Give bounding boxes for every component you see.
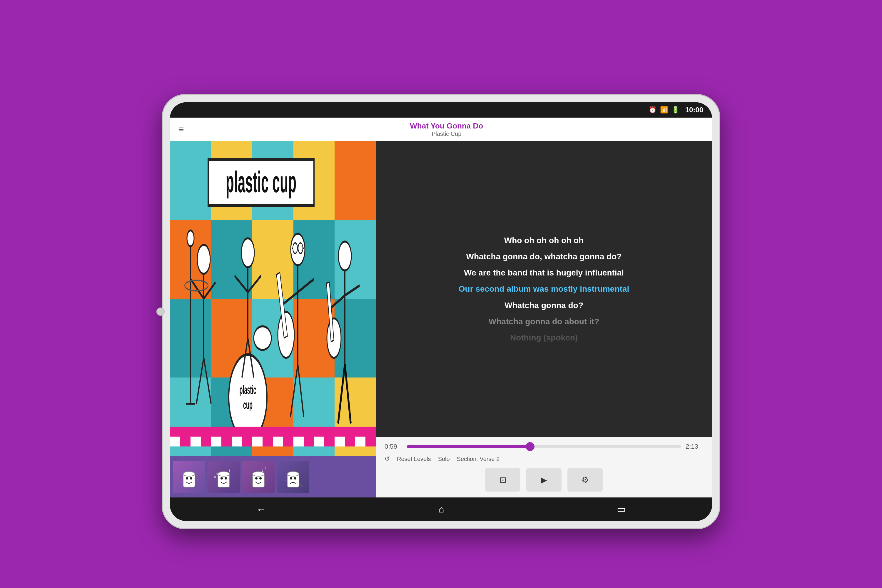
progress-thumb[interactable] bbox=[526, 442, 534, 451]
svg-line-88 bbox=[195, 476, 200, 478]
svg-text:plastic: plastic bbox=[240, 383, 256, 397]
loop-button[interactable]: ⊡ bbox=[485, 468, 520, 492]
svg-rect-82 bbox=[366, 436, 376, 447]
tablet-frame: ⏰ 📶 🔋 10:00 ≡ What You Gonna Do Plastic … bbox=[162, 94, 720, 529]
section-label: Section: Verse 2 bbox=[457, 456, 500, 462]
svg-line-87 bbox=[179, 476, 183, 478]
svg-point-84 bbox=[183, 472, 195, 476]
svg-rect-72 bbox=[262, 436, 273, 447]
cup-icon-4 bbox=[281, 464, 305, 490]
svg-rect-76 bbox=[304, 436, 314, 447]
svg-point-90 bbox=[218, 472, 230, 476]
status-bar: ⏰ 📶 🔋 10:00 bbox=[170, 102, 712, 118]
svg-rect-68 bbox=[221, 436, 232, 447]
controls-section: 0:59 2:13 ↺ Reset Levels Solo Section: V… bbox=[376, 437, 712, 498]
svg-point-95 bbox=[216, 473, 218, 475]
lyric-line-7: Nothing (spoken) bbox=[510, 332, 578, 344]
svg-point-103 bbox=[287, 472, 299, 476]
svg-rect-73 bbox=[273, 436, 283, 447]
artist-name: Plastic Cup bbox=[190, 130, 703, 137]
svg-rect-65 bbox=[190, 436, 201, 447]
svg-line-107 bbox=[299, 483, 303, 487]
thumbnail-1[interactable] bbox=[173, 461, 205, 493]
svg-rect-70 bbox=[242, 436, 252, 447]
app-bar: ≡ What You Gonna Do Plastic Cup bbox=[170, 118, 712, 141]
lyric-line-6: Whatcha gonna do about it? bbox=[489, 316, 599, 327]
total-time: 2:13 bbox=[686, 443, 703, 450]
nav-bar: ← ⌂ ▭ bbox=[170, 498, 712, 521]
settings-icon: ⚙ bbox=[582, 475, 589, 485]
thumbnail-2[interactable]: ♪ bbox=[208, 461, 240, 493]
svg-text:♩: ♩ bbox=[261, 468, 263, 473]
album-art: plastic cup bbox=[170, 141, 376, 456]
svg-rect-75 bbox=[293, 436, 304, 447]
progress-fill bbox=[407, 445, 530, 448]
svg-point-99 bbox=[259, 477, 262, 480]
svg-text:plastic cup: plastic cup bbox=[226, 165, 296, 199]
svg-line-106 bbox=[284, 480, 287, 481]
thumbnail-4[interactable] bbox=[277, 461, 309, 493]
svg-point-22 bbox=[197, 245, 210, 274]
controls-meta: ↺ Reset Levels Solo Section: Verse 2 bbox=[384, 455, 703, 463]
svg-point-32 bbox=[242, 238, 254, 267]
battery-icon: 🔋 bbox=[672, 106, 680, 114]
svg-point-104 bbox=[290, 477, 292, 480]
svg-point-54 bbox=[338, 242, 351, 270]
svg-rect-77 bbox=[314, 436, 324, 447]
lyrics-display: Who oh oh oh oh oh Whatcha gonna do, wha… bbox=[376, 141, 712, 437]
settings-button[interactable]: ⚙ bbox=[567, 468, 603, 492]
svg-point-91 bbox=[220, 477, 223, 480]
menu-icon[interactable]: ≡ bbox=[179, 124, 184, 134]
svg-rect-63 bbox=[170, 436, 180, 447]
svg-point-105 bbox=[294, 477, 296, 480]
lyric-line-1: Who oh oh oh oh oh bbox=[504, 235, 584, 246]
lyric-line-3: We are the band that is hugely influenti… bbox=[464, 267, 624, 278]
lyric-line-2: Whatcha gonna do, whatcha gonna do? bbox=[466, 251, 622, 262]
reset-icon: ↺ bbox=[384, 455, 390, 463]
svg-rect-62 bbox=[170, 427, 376, 437]
loop-icon: ⊡ bbox=[500, 475, 506, 485]
svg-rect-66 bbox=[201, 436, 211, 447]
svg-rect-67 bbox=[211, 436, 221, 447]
thumbnail-3[interactable]: ♩ ♪ bbox=[242, 461, 274, 493]
status-time: 10:00 bbox=[686, 106, 703, 114]
svg-point-30 bbox=[187, 231, 194, 246]
svg-point-86 bbox=[190, 477, 192, 480]
svg-rect-64 bbox=[180, 436, 190, 447]
svg-text:♪: ♪ bbox=[264, 466, 266, 470]
svg-rect-69 bbox=[232, 436, 242, 447]
cup-icon-1 bbox=[177, 464, 201, 490]
album-bg: plastic cup bbox=[170, 141, 376, 456]
lyrics-section: Who oh oh oh oh oh Whatcha gonna do, wha… bbox=[376, 141, 712, 498]
lyric-line-4-active: Our second album was mostly instrumental bbox=[459, 283, 629, 295]
svg-rect-81 bbox=[355, 436, 366, 447]
wifi-icon: 📶 bbox=[660, 106, 668, 114]
svg-rect-80 bbox=[345, 436, 355, 447]
album-thumbnails: ♪ bbox=[170, 456, 376, 498]
tablet-screen: ⏰ 📶 🔋 10:00 ≡ What You Gonna Do Plastic … bbox=[170, 102, 712, 521]
svg-point-39 bbox=[254, 326, 272, 350]
alarm-icon: ⏰ bbox=[649, 106, 657, 114]
app-bar-center: What You Gonna Do Plastic Cup bbox=[190, 122, 703, 137]
svg-point-98 bbox=[255, 477, 258, 480]
progress-bar[interactable] bbox=[407, 445, 681, 448]
main-content: plastic cup bbox=[170, 141, 712, 498]
back-nav-icon[interactable]: ← bbox=[256, 504, 266, 515]
current-time: 0:59 bbox=[384, 443, 402, 450]
cup-icon-2: ♪ bbox=[212, 464, 236, 490]
svg-rect-79 bbox=[334, 436, 345, 447]
svg-text:♪: ♪ bbox=[228, 468, 231, 474]
svg-rect-7 bbox=[252, 220, 293, 299]
svg-point-94 bbox=[214, 476, 216, 478]
svg-rect-71 bbox=[252, 436, 262, 447]
svg-rect-0 bbox=[170, 141, 211, 220]
play-icon: ▶ bbox=[541, 475, 547, 485]
status-icons: ⏰ 📶 🔋 10:00 bbox=[649, 106, 703, 114]
progress-row: 0:59 2:13 bbox=[384, 443, 703, 450]
play-button[interactable]: ▶ bbox=[526, 468, 561, 492]
solo-label[interactable]: Solo bbox=[438, 456, 450, 462]
svg-rect-78 bbox=[324, 436, 334, 447]
recents-nav-icon[interactable]: ▭ bbox=[617, 504, 626, 515]
reset-label[interactable]: Reset Levels bbox=[397, 456, 431, 462]
home-nav-icon[interactable]: ⌂ bbox=[438, 504, 444, 515]
